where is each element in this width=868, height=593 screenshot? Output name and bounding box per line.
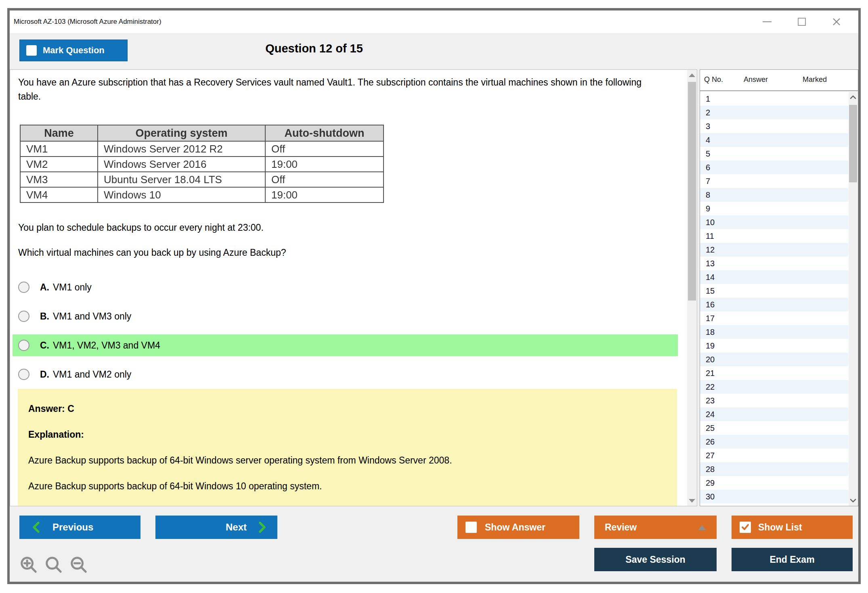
end-exam-label: End Exam xyxy=(769,554,814,565)
question-prompt-text: Which virtual machines can you back up b… xyxy=(18,247,286,258)
question-list-row-28[interactable]: 28 xyxy=(700,462,848,476)
question-list-row-2[interactable]: 2 xyxy=(700,106,848,119)
list-scroll-down-button[interactable] xyxy=(849,495,858,506)
question-scrollbar[interactable] xyxy=(687,70,697,506)
question-list-row-25[interactable]: 25 xyxy=(700,421,848,435)
show-answer-label: Show Answer xyxy=(485,522,545,533)
show-list-button[interactable]: Show List xyxy=(732,516,853,539)
zoom-out-icon[interactable] xyxy=(69,555,88,574)
vm-table-cell: Ubuntu Server 18.04 LTS xyxy=(98,172,265,187)
question-list-row-13[interactable]: 13 xyxy=(700,257,848,270)
vm-table-cell: VM2 xyxy=(20,157,98,172)
show-answer-button[interactable]: Show Answer xyxy=(457,516,579,539)
zoom-controls xyxy=(19,555,88,574)
scroll-down-button[interactable] xyxy=(687,495,697,506)
question-list-row-6[interactable]: 6 xyxy=(700,161,848,174)
question-list-row-21[interactable]: 21 xyxy=(700,366,848,380)
mark-question-button[interactable]: Mark Question xyxy=(19,40,128,61)
option-c[interactable]: C.VM1, VM2, VM3 and VM4 xyxy=(13,334,678,356)
question-list-row-12[interactable]: 12 xyxy=(700,243,848,257)
question-list-row-30[interactable]: 30 xyxy=(700,490,848,503)
question-list-row-7[interactable]: 7 xyxy=(700,174,848,188)
vm-table-cell: 19:00 xyxy=(265,187,384,203)
show-answer-checkbox-icon xyxy=(465,522,477,533)
show-list-label: Show List xyxy=(758,522,802,533)
question-list-header: Q No. Answer Marked xyxy=(700,70,858,91)
radio-button-icon[interactable] xyxy=(18,369,29,380)
radio-button-icon[interactable] xyxy=(18,340,29,351)
question-list-row-10[interactable]: 10 xyxy=(700,215,848,229)
question-list-row-24[interactable]: 24 xyxy=(700,407,848,421)
close-icon xyxy=(832,17,841,27)
radio-button-icon[interactable] xyxy=(18,311,29,322)
scroll-up-button[interactable] xyxy=(687,70,697,80)
review-button[interactable]: Review xyxy=(594,516,717,539)
vm-table-cell: Windows Server 2012 R2 xyxy=(98,141,265,157)
triangle-up-icon xyxy=(689,73,695,77)
window-title: Microsoft AZ-103 (Microsoft Azure Admini… xyxy=(10,18,161,26)
end-exam-button[interactable]: End Exam xyxy=(732,548,853,571)
answer-line: Answer: C xyxy=(28,403,667,414)
question-list-row-3[interactable]: 3 xyxy=(700,119,848,133)
option-letter: A. xyxy=(40,282,49,293)
explanation-line: Azure Backup supports backup of 64-bit W… xyxy=(28,481,667,492)
next-button[interactable]: Next xyxy=(155,516,277,539)
previous-label: Previous xyxy=(52,522,93,533)
explanation-label: Explanation: xyxy=(28,429,667,440)
option-letter: D. xyxy=(40,369,49,380)
question-list-row-5[interactable]: 5 xyxy=(700,147,848,161)
chevron-left-icon xyxy=(31,521,40,533)
option-text: VM1, VM2, VM3 and VM4 xyxy=(53,340,160,351)
vm-table-cell: Off xyxy=(265,172,384,187)
chevron-up-icon xyxy=(850,95,856,99)
question-list-row-11[interactable]: 11 xyxy=(700,229,848,243)
column-marked: Marked xyxy=(803,75,827,84)
question-list-row-8[interactable]: 8 xyxy=(700,188,848,202)
save-session-button[interactable]: Save Session xyxy=(594,548,717,571)
app-window: Microsoft AZ-103 (Microsoft Azure Admini… xyxy=(7,8,861,584)
question-list-row-1[interactable]: 1 xyxy=(700,92,848,106)
zoom-reset-icon[interactable] xyxy=(44,555,63,574)
question-list-row-18[interactable]: 18 xyxy=(700,325,848,339)
previous-button[interactable]: Previous xyxy=(19,516,140,539)
question-schedule-text: You plan to schedule backups to occur ev… xyxy=(18,222,264,233)
question-intro-text: You have an Azure subscription that has … xyxy=(18,75,656,104)
close-button[interactable] xyxy=(831,16,842,27)
question-list-row-19[interactable]: 19 xyxy=(700,339,848,353)
question-list-row-4[interactable]: 4 xyxy=(700,133,848,147)
question-list-row-20[interactable]: 20 xyxy=(700,353,848,366)
question-list-scrollbar[interactable] xyxy=(849,92,858,506)
footer-toolbar: Previous Next Show Answer Review Show Li… xyxy=(10,506,858,582)
option-b[interactable]: B.VM1 and VM3 only xyxy=(13,305,678,327)
question-list-row-16[interactable]: 16 xyxy=(700,298,848,311)
question-list-row-14[interactable]: 14 xyxy=(700,270,848,284)
question-list-row-22[interactable]: 22 xyxy=(700,380,848,394)
column-answer: Answer xyxy=(744,75,768,84)
vm-table-row: VM1Windows Server 2012 R2Off xyxy=(20,141,384,157)
question-list-row-17[interactable]: 17 xyxy=(700,311,848,325)
explanation-box: Answer: C Explanation: Azure Backup supp… xyxy=(18,389,677,506)
question-list-row-9[interactable]: 9 xyxy=(700,202,848,215)
vm-table-cell: VM3 xyxy=(20,172,98,187)
question-list-row-15[interactable]: 15 xyxy=(700,284,848,298)
option-a[interactable]: A.VM1 only xyxy=(13,276,678,298)
header-band: Mark Question Question 12 of 15 xyxy=(10,33,858,69)
zoom-in-icon[interactable] xyxy=(19,555,38,574)
window-controls xyxy=(761,10,842,33)
vm-table-header: Name xyxy=(20,125,98,141)
radio-button-icon[interactable] xyxy=(18,282,29,293)
question-list-row-23[interactable]: 23 xyxy=(700,394,848,407)
list-scroll-up-button[interactable] xyxy=(849,92,858,102)
vm-table-row: VM2Windows Server 201619:00 xyxy=(20,157,384,172)
minimize-button[interactable] xyxy=(761,16,773,27)
vm-table: NameOperating systemAuto-shutdownVM1Wind… xyxy=(20,125,384,203)
option-d[interactable]: D.VM1 and VM2 only xyxy=(13,363,678,385)
question-scrollbar-thumb[interactable] xyxy=(688,82,696,301)
review-label: Review xyxy=(605,522,637,533)
maximize-button[interactable] xyxy=(796,16,807,27)
question-list: 1234567891011121314151617181920212223242… xyxy=(700,92,848,506)
list-scrollbar-thumb[interactable] xyxy=(849,105,857,182)
question-list-row-27[interactable]: 27 xyxy=(700,449,848,462)
question-list-row-29[interactable]: 29 xyxy=(700,476,848,490)
question-list-row-26[interactable]: 26 xyxy=(700,435,848,449)
